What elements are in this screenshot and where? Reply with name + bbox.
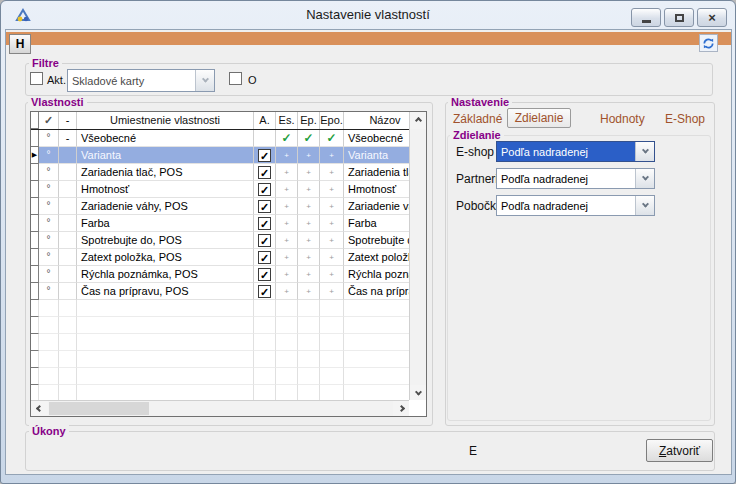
cell-placement: Spotrebujte do, POS (77, 232, 254, 249)
active-checkbox[interactable]: ✓ (258, 217, 271, 230)
table-row[interactable]: ° Hmotnosť ✓ + + + Hmotnosť (31, 181, 426, 198)
tab-hodnoty[interactable]: Hodnoty (600, 112, 645, 126)
chevron-down-icon (641, 201, 648, 208)
eshop-field-label: E-shop (456, 145, 494, 159)
cell-epo: + (320, 232, 344, 249)
cell-a: ✓ (254, 181, 276, 198)
sharing-group-label: Zdielanie (450, 129, 504, 141)
partneri-dropdown[interactable]: Podľa nadradenej (496, 168, 655, 189)
table-row-group[interactable]: ° - Všeobecné ✓ ✓ ✓ Všeobecné (31, 130, 426, 147)
tab-eshop[interactable]: E-Shop (665, 112, 705, 126)
eshop-dropdown-button[interactable] (635, 142, 654, 161)
scroll-left-button[interactable] (31, 401, 48, 416)
category-dropdown-button[interactable] (195, 70, 214, 91)
active-checkbox[interactable]: ✓ (258, 251, 271, 264)
akt-checkbox-label: Akt. (47, 74, 66, 86)
vertical-scrollbar[interactable] (409, 112, 426, 402)
tab-zakladne[interactable]: Základné (453, 112, 502, 126)
maximize-button[interactable] (664, 8, 694, 27)
row-marker-icon: ° (39, 215, 59, 232)
col-header-epo[interactable]: Epo. (320, 112, 344, 129)
tab-zdielanie[interactable]: Zdielanie (507, 108, 571, 128)
cell-placement: Všeobecné (77, 130, 254, 147)
collapse-header[interactable]: - (59, 112, 77, 129)
zatvorit-button[interactable]: Zatvoriť (646, 439, 713, 462)
cell-ep: + (298, 266, 320, 283)
close-icon: × (708, 11, 716, 24)
refresh-icon (702, 37, 715, 50)
eshop-dropdown-value: Podľa nadradenej (497, 142, 635, 161)
active-checkbox[interactable]: ✓ (258, 149, 271, 162)
cell-epo: + (320, 215, 344, 232)
col-header-es[interactable]: Es. (276, 112, 298, 129)
cell-a: ✓ (254, 164, 276, 181)
col-header-a[interactable]: A. (254, 112, 276, 129)
row-marker-icon: ° (39, 198, 59, 215)
active-checkbox[interactable]: ✓ (258, 166, 271, 179)
chevron-down-icon (641, 174, 648, 181)
cell-ep: + (298, 249, 320, 266)
cell-placement: Farba (77, 215, 254, 232)
cell-a (254, 130, 276, 147)
cell-es: + (276, 198, 298, 215)
table-row[interactable]: ° Rýchla poznámka, POS ✓ + + + Rýchla po… (31, 266, 426, 283)
close-button[interactable]: × (697, 8, 727, 27)
minimize-icon (642, 20, 651, 23)
cell-es: + (276, 181, 298, 198)
active-checkbox[interactable]: ✓ (258, 234, 271, 247)
titlebar[interactable]: Nastavenie vlastností × (1, 1, 735, 29)
pobocka-dropdown-button[interactable] (635, 196, 654, 215)
cell-minus (59, 198, 77, 215)
col-header-placement[interactable]: Umiestnenie vlastnosti (77, 112, 254, 129)
empty-row (31, 351, 426, 368)
table-header-row: ✓ - Umiestnenie vlastnosti A. Es. Ep. Ep… (31, 112, 426, 130)
pobocka-dropdown[interactable]: Podľa nadradenej (496, 195, 655, 216)
col-header-ep[interactable]: Ep. (298, 112, 320, 129)
h-toolbar-button[interactable]: H (9, 34, 31, 54)
scroll-up-button[interactable] (410, 112, 426, 129)
horizontal-scrollbar[interactable] (31, 400, 410, 416)
actions-group-label: Úkony (29, 425, 69, 437)
collapse-toggle[interactable]: - (59, 130, 77, 147)
cell-placement: Rýchla poznámka, POS (77, 266, 254, 283)
scroll-right-button[interactable] (393, 401, 410, 416)
table-row[interactable]: ° Čas na prípravu, POS ✓ + + + Čas na pr… (31, 283, 426, 300)
table-row[interactable]: ° Zariadenia tlač, POS ✓ + + + Zariadeni… (31, 164, 426, 181)
o-checkbox[interactable] (229, 72, 242, 85)
chevron-down-icon (414, 389, 421, 396)
scrollbar-thumb[interactable] (49, 402, 149, 415)
eshop-dropdown[interactable]: Podľa nadradenej (496, 141, 655, 162)
row-indicator-cell (31, 130, 39, 147)
akt-checkbox[interactable] (30, 72, 43, 85)
active-checkbox[interactable]: ✓ (258, 268, 271, 281)
table-row[interactable]: ° Zatext položka, POS ✓ + + + Zatext pol… (31, 249, 426, 266)
o-checkbox-label: O (248, 74, 257, 86)
row-marker-icon: ° (39, 266, 59, 283)
empty-row (31, 368, 426, 385)
table-row[interactable]: ° Farba ✓ + + + Farba (31, 215, 426, 232)
cell-minus (59, 147, 77, 164)
category-dropdown[interactable]: Skladové karty (67, 69, 215, 92)
table-row[interactable]: ° Spotrebujte do, POS ✓ + + + Spotrebujt… (31, 232, 426, 249)
window-title: Nastavenie vlastností (1, 7, 735, 22)
select-all-header[interactable]: ✓ (39, 112, 59, 129)
table-row[interactable]: ° Zariadenie váhy, POS ✓ + + + Zariadeni… (31, 198, 426, 215)
row-indicator-cell (31, 266, 39, 283)
cell-minus (59, 232, 77, 249)
active-checkbox[interactable]: ✓ (258, 183, 271, 196)
active-checkbox[interactable]: ✓ (258, 200, 271, 213)
row-indicator-cell (31, 232, 39, 249)
empty-row (31, 334, 426, 351)
table-row-selected[interactable]: ▶ ° Varianta ✓ + + + Varianta (31, 147, 426, 164)
e-label: E (469, 444, 477, 458)
active-checkbox[interactable]: ✓ (258, 285, 271, 298)
cell-minus (59, 283, 77, 300)
cell-minus (59, 215, 77, 232)
cell-ep: + (298, 181, 320, 198)
cell-a: ✓ (254, 283, 276, 300)
refresh-button[interactable] (699, 34, 718, 52)
partneri-dropdown-button[interactable] (635, 169, 654, 188)
minimize-button[interactable] (631, 8, 661, 27)
cell-epo: + (320, 164, 344, 181)
cell-ep: ✓ (298, 130, 320, 147)
